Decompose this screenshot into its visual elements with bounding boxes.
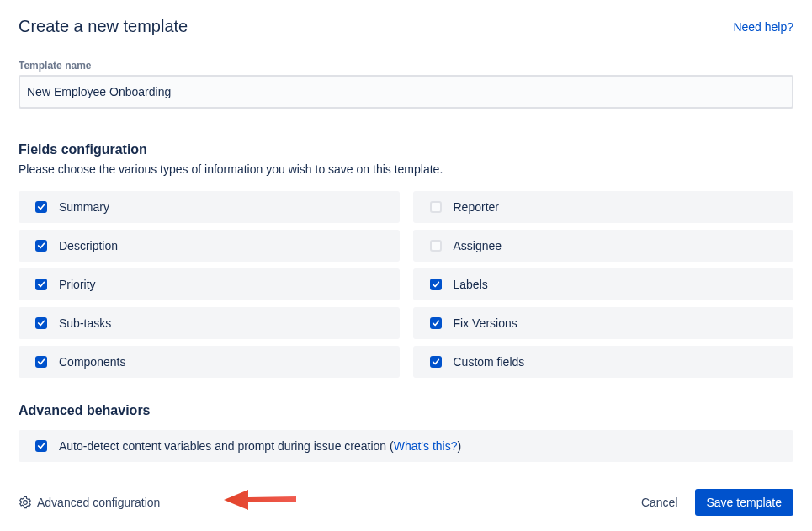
- check-icon: [37, 203, 45, 211]
- fields-grid: Summary Reporter Description Assignee Pr…: [19, 191, 793, 378]
- checkbox-reporter[interactable]: [430, 201, 442, 213]
- check-icon: [37, 319, 45, 327]
- fields-config-desc: Please choose the various types of infor…: [19, 162, 793, 176]
- field-label-assignee: Assignee: [454, 239, 502, 252]
- check-icon: [37, 442, 45, 450]
- whats-this-link[interactable]: What's this?: [394, 439, 458, 453]
- field-row-fixversions[interactable]: Fix Versions: [413, 307, 794, 339]
- advanced-config-label: Advanced configuration: [37, 496, 160, 509]
- behavior-text-after: ): [457, 439, 461, 453]
- advanced-behaviors-title: Advanced behaviors: [19, 403, 793, 418]
- check-icon: [37, 358, 45, 366]
- checkbox-fixversions[interactable]: [430, 317, 442, 329]
- field-row-reporter[interactable]: Reporter: [413, 191, 794, 223]
- field-row-subtasks[interactable]: Sub-tasks: [19, 307, 400, 339]
- field-label-subtasks: Sub-tasks: [59, 316, 111, 330]
- field-row-description[interactable]: Description: [19, 230, 400, 262]
- checkbox-summary[interactable]: [35, 201, 47, 213]
- field-label-labels: Labels: [454, 278, 488, 291]
- field-label-description: Description: [59, 239, 118, 252]
- fields-config-title: Fields configuration: [19, 142, 793, 157]
- checkbox-priority[interactable]: [35, 279, 47, 290]
- field-label-fixversions: Fix Versions: [454, 316, 517, 330]
- behavior-autodetect-text: Auto-detect content variables and prompt…: [59, 439, 461, 453]
- check-icon: [432, 319, 440, 327]
- behavior-text-before: Auto-detect content variables and prompt…: [59, 439, 394, 453]
- advanced-configuration-button[interactable]: Advanced configuration: [19, 496, 160, 509]
- template-name-group: Template name: [19, 60, 793, 109]
- field-label-priority: Priority: [59, 278, 96, 291]
- footer-actions: Cancel Save template: [638, 489, 793, 516]
- check-icon: [432, 280, 440, 289]
- template-name-input[interactable]: [19, 75, 793, 109]
- field-label-components: Components: [59, 355, 125, 369]
- field-row-assignee[interactable]: Assignee: [413, 230, 794, 262]
- checkbox-autodetect[interactable]: [35, 440, 47, 452]
- advanced-behaviors-section: Advanced behaviors Auto-detect content v…: [19, 403, 793, 462]
- gear-icon: [19, 496, 32, 509]
- field-label-summary: Summary: [59, 200, 109, 214]
- field-row-labels[interactable]: Labels: [413, 268, 794, 300]
- field-row-summary[interactable]: Summary: [19, 191, 400, 223]
- page-title: Create a new template: [19, 17, 188, 36]
- field-row-priority[interactable]: Priority: [19, 268, 400, 300]
- behavior-row-autodetect[interactable]: Auto-detect content variables and prompt…: [19, 430, 793, 462]
- field-row-customfields[interactable]: Custom fields: [413, 346, 794, 378]
- checkbox-components[interactable]: [35, 356, 47, 368]
- checkbox-description[interactable]: [35, 240, 47, 252]
- check-icon: [37, 242, 45, 250]
- cancel-button[interactable]: Cancel: [638, 489, 682, 516]
- footer-row: Advanced configuration Cancel Save templ…: [19, 489, 793, 516]
- checkbox-subtasks[interactable]: [35, 317, 47, 329]
- save-template-button[interactable]: Save template: [695, 489, 794, 516]
- checkbox-assignee[interactable]: [430, 240, 442, 252]
- template-name-label: Template name: [19, 60, 793, 72]
- need-help-link[interactable]: Need help?: [733, 20, 793, 34]
- check-icon: [432, 358, 440, 366]
- field-label-reporter: Reporter: [454, 200, 499, 214]
- checkbox-labels[interactable]: [430, 279, 442, 290]
- field-label-customfields: Custom fields: [454, 355, 525, 369]
- checkbox-customfields[interactable]: [430, 356, 442, 368]
- check-icon: [37, 280, 45, 289]
- field-row-components[interactable]: Components: [19, 346, 400, 378]
